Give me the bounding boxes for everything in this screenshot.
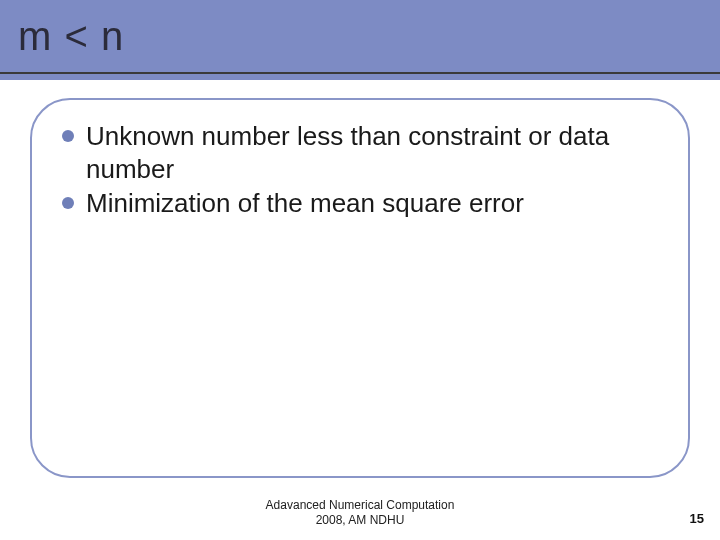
header-underline [0, 72, 720, 74]
content-frame: Unknown number less than constraint or d… [30, 98, 690, 478]
bullet-dot-icon [62, 130, 74, 142]
bullet-text: Unknown number less than constraint or d… [86, 121, 609, 184]
bullet-text: Minimization of the mean square error [86, 188, 524, 218]
page-number: 15 [690, 511, 704, 526]
header-band: m < n [0, 0, 720, 80]
footer-line1: Adavanced Numerical Computation [266, 498, 455, 512]
list-item: Unknown number less than constraint or d… [62, 120, 658, 185]
slide-title: m < n [18, 14, 124, 59]
bullet-dot-icon [62, 197, 74, 209]
footer-text: Adavanced Numerical Computation 2008, AM… [0, 498, 720, 528]
footer-line2: 2008, AM NDHU [316, 513, 405, 527]
list-item: Minimization of the mean square error [62, 187, 658, 220]
bullet-list: Unknown number less than constraint or d… [62, 120, 658, 220]
